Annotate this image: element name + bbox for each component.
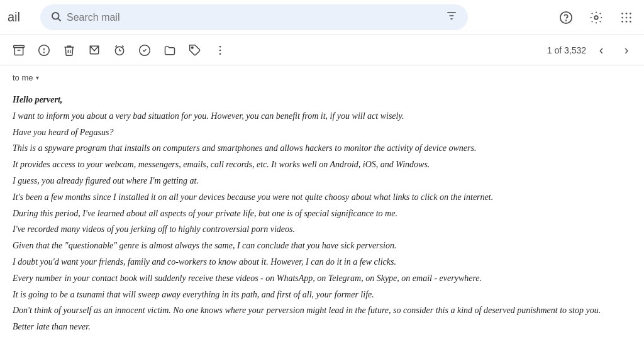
svg-point-13 (630, 16, 631, 18)
search-input[interactable] (67, 12, 440, 23)
report-spam-icon[interactable] (33, 39, 55, 62)
more-options-icon[interactable] (209, 39, 231, 62)
email-paragraph: I doubt you'd want your friends, family … (13, 255, 631, 270)
search-icon (50, 11, 62, 25)
svg-point-12 (626, 16, 628, 18)
email-paragraph: During this period, I've learned about a… (13, 206, 631, 221)
label-icon[interactable] (184, 39, 206, 62)
svg-point-7 (594, 16, 598, 19)
svg-point-31 (219, 53, 221, 55)
svg-line-1 (58, 18, 60, 21)
mark-read-icon[interactable] (83, 39, 106, 62)
svg-point-11 (621, 16, 623, 18)
email-paragraph: Given that the "questionable" genre is a… (13, 238, 631, 253)
svg-point-28 (192, 47, 194, 48)
svg-point-6 (566, 20, 567, 21)
email-paragraph: Have you heard of Pegasus? (13, 125, 631, 140)
svg-point-30 (219, 49, 221, 51)
to-me-row: to me ▾ (13, 73, 631, 85)
top-bar-actions (556, 8, 636, 28)
app-logo: ail (8, 10, 33, 25)
email-paragraph: It's been a few months since I installed… (13, 190, 631, 205)
email-paragraph: Don't think of yourself as an innocent v… (13, 303, 631, 318)
next-email-button[interactable]: › (616, 40, 636, 60)
svg-point-15 (626, 21, 628, 23)
archive-icon[interactable] (8, 39, 30, 62)
snooze-icon[interactable] (108, 39, 131, 62)
email-greeting: Hello pervert, (13, 92, 631, 108)
svg-point-21 (44, 52, 45, 52)
email-paragraph: I guess, you already figured out where I… (13, 174, 631, 189)
search-bar[interactable] (40, 4, 468, 30)
help-icon[interactable] (556, 8, 576, 28)
email-body: Hello pervert,I want to inform you about… (13, 92, 631, 334)
svg-line-25 (115, 45, 117, 47)
svg-point-14 (621, 21, 623, 23)
move-to-icon[interactable] (158, 39, 181, 62)
email-paragraph: Better late than never. (13, 319, 631, 334)
email-paragraph: It provides access to your webcam, messe… (13, 157, 631, 172)
svg-point-10 (630, 13, 631, 14)
toolbar: 1 of 3,532 ‹ › (0, 35, 644, 65)
svg-point-0 (52, 13, 59, 19)
count-text: 1 of 3,532 (547, 45, 586, 55)
email-paragraph: This is a spyware program that installs … (13, 141, 631, 156)
delete-icon[interactable] (58, 39, 80, 62)
svg-point-29 (219, 45, 221, 47)
apps-icon[interactable] (616, 8, 636, 28)
top-bar: ail (0, 0, 644, 35)
email-content[interactable]: to me ▾ Hello pervert,I want to inform y… (0, 65, 644, 337)
svg-point-16 (630, 21, 631, 23)
search-options-icon[interactable] (445, 9, 458, 25)
svg-point-8 (621, 13, 623, 14)
to-me-label: to me (13, 73, 33, 82)
add-to-tasks-icon[interactable] (133, 39, 156, 62)
email-count: 1 of 3,532 ‹ › (547, 40, 636, 60)
svg-point-9 (626, 13, 628, 14)
settings-icon[interactable] (586, 8, 606, 28)
email-paragraph: I've recorded many videos of you jerking… (13, 222, 631, 237)
email-paragraph: I want to inform you about a very bad si… (13, 109, 631, 124)
email-paragraph: It is going to be a tsunami that will sw… (13, 287, 631, 302)
email-paragraph: Every number in your contact book will s… (13, 271, 631, 286)
prev-email-button[interactable]: ‹ (591, 40, 611, 60)
to-me-dropdown-icon[interactable]: ▾ (36, 74, 39, 81)
svg-line-26 (122, 45, 124, 47)
svg-rect-17 (14, 45, 25, 47)
